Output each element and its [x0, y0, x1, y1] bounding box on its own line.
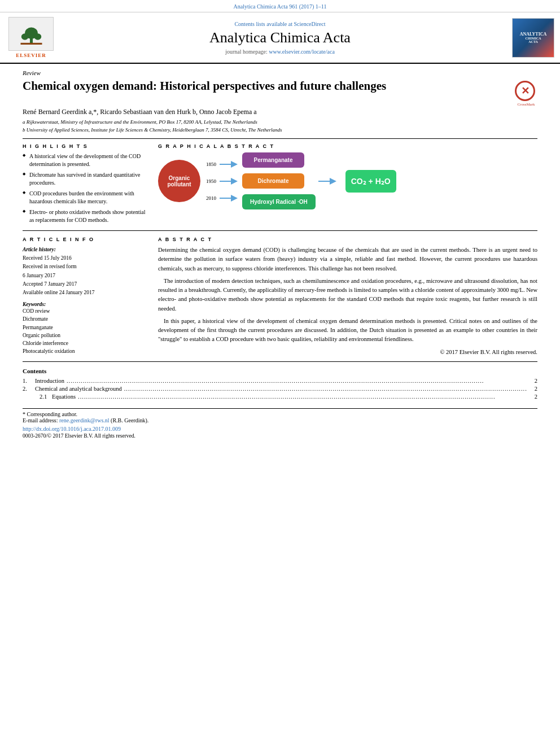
history-label: Article history: — [23, 247, 56, 252]
revised-label: Received in revised form — [23, 263, 147, 271]
article-info-heading: A R T I C L E I N F O — [23, 237, 147, 242]
co2-box: CO₂ + H₂O — [345, 170, 396, 193]
contents-page-2-1: 2 — [529, 394, 537, 400]
graphical-abstract-heading: G R A P H I C A L A B S T R A C T — [158, 143, 537, 149]
contents-item-1: 1. Introduction ........................… — [23, 378, 537, 384]
affiliations: a Rijkswaterstaat, Ministry of Infrastru… — [23, 119, 537, 134]
highlights-heading: H I G H L I G H T S — [23, 143, 147, 149]
ga-year-1850: 1850 — [206, 161, 216, 167]
available-date: Available online 24 January 2017 — [23, 289, 147, 297]
corresponding-author: * Corresponding author. — [23, 411, 537, 417]
separator-1 — [23, 138, 537, 139]
abstract-para-2: The introduction of modern detection tec… — [158, 277, 537, 313]
journal-header: ELSEVIER Contents lists available at Sci… — [0, 12, 560, 64]
ga-arrows-years: 1850 1950 2010 — [206, 160, 239, 202]
ga-row-2010: 2010 — [206, 194, 239, 202]
keyword-3: Permanganate — [23, 324, 147, 331]
contents-label-1: Introduction — [35, 378, 64, 384]
keyword-1: COD review — [23, 307, 147, 315]
separator-3 — [23, 361, 537, 362]
crossmark-icon: ✕ — [521, 85, 530, 97]
elsevier-brand-label: ELSEVIER — [16, 53, 46, 58]
svg-point-3 — [34, 33, 41, 40]
keyword-5: Chloride interference — [23, 339, 147, 347]
separator-2 — [23, 230, 537, 231]
journal-info-center: Contents lists available at ScienceDirec… — [56, 21, 504, 55]
contents-dots-2-1: ........................................… — [78, 394, 527, 400]
svg-point-2 — [21, 33, 28, 40]
ga-final-arrow — [318, 177, 338, 185]
elsevier-logo: ELSEVIER — [6, 17, 56, 58]
ga-row-1850: 1850 — [206, 160, 239, 168]
article-container: Review Chemical oxygen demand: Historica… — [0, 64, 560, 444]
contents-item-2-1: 2.1 Equations ..........................… — [23, 394, 537, 400]
contents-label-2: Chemical and analytical background — [35, 386, 122, 392]
contents-dots-1: ........................................… — [67, 378, 527, 384]
contents-item-2: 2. Chemical and analytical background ..… — [23, 386, 537, 392]
journal-cover-image: ANALYTICA CHIMICA ACTA — [512, 18, 554, 58]
ga-organic-pollutant: Organic pollutant — [158, 160, 200, 202]
citation-text: Analytica Chimica Acta 961 (2017) 1–11 — [234, 3, 327, 10]
journal-right-logo: ANALYTICA CHIMICA ACTA — [504, 18, 554, 58]
doi-link[interactable]: http://dx.doi.org/10.1016/j.aca.2017.01.… — [23, 426, 537, 432]
issn-line: 0003-2670/© 2017 Elsevier B.V. All right… — [23, 433, 537, 439]
highlight-item-1: A historical view of the development of … — [23, 152, 147, 168]
ga-row-1950: 1950 — [206, 177, 239, 185]
article-title: Chemical oxygen demand: Historical persp… — [23, 78, 509, 94]
ga-co2-box: CO₂ + H₂O — [345, 170, 396, 193]
graphical-abstract-diagram: Organic pollutant 1850 1950 — [158, 152, 537, 209]
sciencedirect-label[interactable]: ScienceDirect — [294, 21, 325, 27]
article-history: Article history: Received 15 July 2016 R… — [23, 246, 147, 297]
crossmark-circle: ✕ — [515, 81, 535, 101]
keywords-label: Keywords: — [23, 302, 147, 307]
contents-section: Contents 1. Introduction ...............… — [23, 368, 537, 400]
permanganate-box: Permanganate — [242, 152, 304, 168]
contents-dots-2: ........................................… — [124, 386, 527, 392]
crossmark-badge[interactable]: ✕ CrossMark — [515, 81, 537, 103]
article-title-row: Chemical oxygen demand: Historical persp… — [23, 78, 537, 103]
contents-page-2: 2 — [529, 386, 537, 392]
contents-label-2-1: Equations — [52, 394, 76, 400]
dichromate-box: Dichromate — [242, 173, 304, 189]
highlight-item-4: Electro- or photo oxidative methods show… — [23, 208, 147, 224]
highlight-item-2: Dichromate has survived in standard quan… — [23, 171, 147, 187]
abstract-text: Determining the chemical oxygen demand (… — [158, 246, 537, 344]
graphical-abstract-column: G R A P H I C A L A B S T R A C T Organi… — [158, 143, 537, 227]
abstract-column: A B S T R A C T Determining the chemical… — [158, 237, 537, 356]
abstract-para-1: Determining the chemical oxygen demand (… — [158, 246, 537, 273]
ga-arrow-1950 — [220, 177, 239, 185]
affiliation-a: a Rijkswaterstaat, Ministry of Infrastru… — [23, 119, 537, 126]
journal-citation: Analytica Chimica Acta 961 (2017) 1–11 — [0, 0, 560, 12]
email-line: E-mail address: rene.geerdink@rws.nl (R.… — [23, 417, 537, 423]
email-address[interactable]: rene.geerdink@rws.nl — [59, 417, 110, 423]
article-type: Review — [23, 69, 537, 76]
contents-title: Contents — [23, 368, 537, 374]
organic-pollutant-box: Organic pollutant — [158, 160, 200, 202]
affiliation-b: b University of Applied Sciences, Instit… — [23, 126, 537, 134]
contents-num-2: 2. — [23, 386, 35, 392]
highlights-column: H I G H L I G H T S A historical view of… — [23, 143, 147, 227]
highlight-item-3: COD procedures burden the environment wi… — [23, 190, 147, 206]
footer-note: * Corresponding author. E-mail address: … — [23, 408, 537, 439]
article-info-column: A R T I C L E I N F O Article history: R… — [23, 237, 147, 356]
keyword-4: Organic pollution — [23, 331, 147, 339]
journal-homepage: journal homepage: www.elsevier.com/locat… — [56, 49, 504, 55]
ga-arrow-1850 — [220, 160, 239, 168]
keyword-6: Photocatalytic oxidation — [23, 347, 147, 355]
copyright: © 2017 Elsevier B.V. All rights reserved… — [158, 349, 537, 355]
email-suffix: (R.B. Geerdink). — [110, 417, 149, 423]
homepage-link[interactable]: www.elsevier.com/locate/aca — [269, 49, 335, 55]
journal-title: Analytica Chimica Acta — [56, 29, 504, 46]
svg-rect-4 — [20, 43, 42, 45]
keywords-section: Keywords: COD review Dichromate Permanga… — [23, 302, 147, 356]
contents-num-1: 1. — [23, 378, 35, 384]
elsevier-logo-image — [8, 17, 54, 51]
article-info-abstract-section: A R T I C L E I N F O Article history: R… — [23, 237, 537, 356]
contents-num-2-1: 2.1 — [40, 394, 52, 400]
sciencedirect-link: Contents lists available at ScienceDirec… — [56, 21, 504, 27]
highlights-list: A historical view of the development of … — [23, 152, 147, 224]
received-date: Received 15 July 2016 — [23, 254, 147, 263]
ga-arrow-co2 — [318, 177, 338, 185]
email-label: E-mail address: — [23, 417, 59, 423]
ga-year-1950: 1950 — [206, 178, 216, 184]
